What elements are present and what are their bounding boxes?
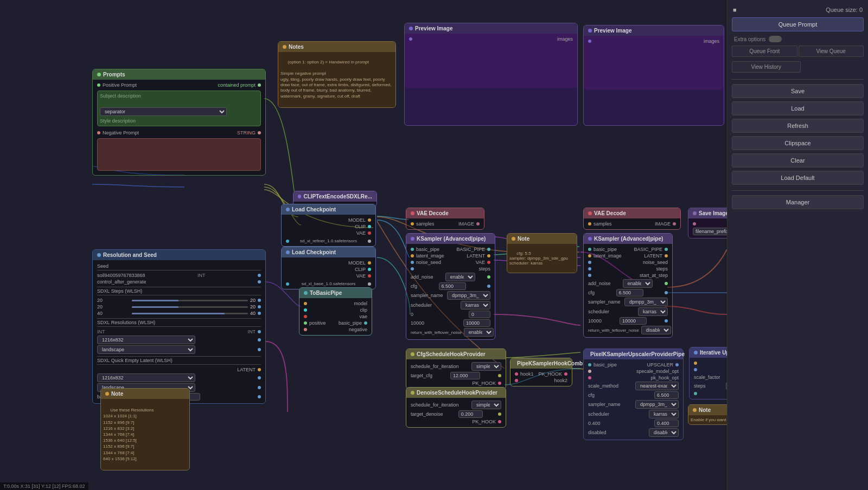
- ks1-cfg-input[interactable]: [439, 282, 466, 290]
- extra-options-toggle[interactable]: [769, 36, 782, 42]
- vae1-samples-dot: [411, 222, 414, 225]
- queue-prompt-button[interactable]: Queue Prompt: [732, 17, 864, 31]
- queue-size-label: ■: [733, 7, 737, 13]
- node-cfg-hook-header: CfgScheduleHookProvider: [406, 349, 506, 359]
- node-basic-title: ToBasicPipe: [310, 290, 342, 296]
- clipspace-button[interactable]: Clipspace: [732, 136, 864, 150]
- up-denoise-row: 0.400: [588, 419, 679, 428]
- direction-select[interactable]: landscape: [97, 345, 195, 354]
- save-filename-input[interactable]: [693, 228, 727, 235]
- ks2-sched-select[interactable]: karras: [638, 307, 668, 316]
- bp-vae-row: vae: [304, 313, 367, 320]
- cfg-pkhook-row: PK_HOOK: [411, 380, 501, 386]
- den-target-input[interactable]: [458, 410, 483, 418]
- up-denoise-input[interactable]: [654, 420, 679, 427]
- canvas-area[interactable]: Prompts Positive Prompt contained prompt…: [0, 0, 727, 490]
- den-sched-select[interactable]: simple: [471, 401, 501, 409]
- resolution-select[interactable]: 1216x832: [97, 336, 195, 344]
- load-button[interactable]: Load: [732, 101, 864, 115]
- up-cfg-input[interactable]: [654, 391, 679, 399]
- resolution-val-row: 1216x832: [97, 335, 261, 345]
- ks1-start-input[interactable]: [469, 311, 490, 318]
- up-sched-label: scheduler: [588, 411, 609, 417]
- node-ksampler2-title: KSampler (Advanced|pipe): [594, 236, 663, 242]
- positive-prompt-box[interactable]: Subject description separator Style desc…: [97, 91, 261, 126]
- string-label: STRING: [237, 130, 256, 136]
- negative-prompt-box[interactable]: [97, 138, 261, 171]
- clip2-name-btn[interactable]: [368, 282, 371, 286]
- node-clip-title: CLIPTextEncodeSDXLRe...: [303, 194, 372, 199]
- coords-extra: FPS:68.02: [62, 483, 85, 489]
- node-ksampler2-header: KSampler (Advanced|pipe): [584, 234, 672, 244]
- hc-hook1-row: hook1 PK_HOOK: [515, 371, 567, 377]
- tab-view-history[interactable]: View History: [732, 61, 801, 73]
- clear-button[interactable]: Clear: [732, 153, 864, 167]
- hc-hook2-label: hook2: [554, 378, 567, 383]
- ks2-sched-row: scheduler karras: [588, 307, 668, 317]
- base-slider[interactable]: [132, 306, 248, 308]
- ks1-sched-select[interactable]: karras: [461, 301, 490, 310]
- node-vae1-title: VAE Decode: [417, 210, 449, 216]
- up-sched-select[interactable]: karras: [649, 410, 679, 418]
- img1-dot: [409, 37, 412, 41]
- total-slider[interactable]: [132, 313, 248, 314]
- cfg-target-input[interactable]: [450, 372, 480, 379]
- dir-dot: [258, 348, 261, 351]
- up-pipe-row: basic_pipe UPSCALER: [588, 362, 679, 368]
- res-val-dot: [258, 338, 261, 341]
- ks2-cfg-input[interactable]: [616, 289, 643, 296]
- resolution-status-dot: [97, 253, 101, 257]
- ks1-pipe-dot: [411, 248, 414, 251]
- contained-label: contained prompt: [218, 82, 256, 88]
- node-checkpoint2-header: Load Checkpoint: [282, 247, 375, 257]
- ks2-sampler-select[interactable]: dpmpp_3m_sde_gpu: [624, 298, 668, 306]
- manager-button[interactable]: Manager: [732, 195, 864, 209]
- save-button[interactable]: Save: [732, 84, 864, 98]
- ks2-addnoise-select[interactable]: enabled: [623, 279, 653, 288]
- vae2-samples-label: samples: [593, 221, 612, 227]
- load-default-button[interactable]: Load Default: [732, 171, 864, 185]
- vae1-samples-row: samples IMAGE: [411, 221, 480, 227]
- control-after-label: control_after_generate: [97, 279, 146, 285]
- clip1-name-btn[interactable]: [368, 240, 371, 243]
- ks2-end-label: 10000: [588, 318, 602, 324]
- ks2-return-select[interactable]: disabled: [641, 326, 671, 334]
- ks1-start-label: 0: [411, 312, 413, 317]
- bp-neg-dot: [304, 328, 307, 331]
- ks1-return-select[interactable]: enabled: [464, 328, 494, 337]
- clip2-label: CLIP: [355, 267, 366, 272]
- up-tiled-select[interactable]: disabled: [649, 428, 679, 437]
- refresh-button[interactable]: Refresh: [732, 119, 864, 133]
- node-iterative-header: Iterative Upscale (Latent): [690, 347, 727, 358]
- ks1-end-input[interactable]: [463, 319, 490, 327]
- clip1-out: [368, 225, 371, 228]
- ks1-noise-label: noise_seed: [416, 260, 441, 265]
- negative-label: Negative Prompt: [103, 130, 139, 136]
- up-scalemethod-select[interactable]: nearest-exact: [635, 382, 679, 390]
- resolution2-select[interactable]: 1216x832: [97, 373, 195, 382]
- node-note-bottom: Note Enable if you want to upscale: [688, 404, 727, 425]
- ks2-end-input[interactable]: [620, 317, 647, 325]
- tab-view-queue[interactable]: View Queue: [799, 46, 864, 57]
- ks1-steps-dot: [411, 267, 414, 270]
- ks1-sched-row: scheduler karras: [411, 300, 490, 310]
- quick-latent-label: SDXL Quick Empty Latent (WLSH): [97, 356, 261, 365]
- ks1-sampler-select[interactable]: dpmpp_3m_sde_gpu: [447, 291, 490, 300]
- steps-section-label: SDXL Steps (WLSH): [97, 287, 261, 295]
- vae2-chk-row: VAE: [286, 273, 371, 279]
- iter-upscaler-dot: [694, 368, 697, 371]
- precondition-dot: [258, 299, 261, 302]
- clip1-name-val: sd_xl_refiner_1.0.safetensors: [300, 238, 357, 243]
- tab-queue-front[interactable]: Queue Front: [732, 46, 797, 57]
- ks1-addnoise-select[interactable]: enabled: [445, 273, 475, 281]
- denoise-hook-dot: [411, 391, 414, 395]
- up-sampler-select[interactable]: dpmpp_3m_sde_gpu: [635, 400, 679, 409]
- den-target-row: target_denoise: [411, 410, 501, 418]
- cfg-sched-select[interactable]: simple: [471, 362, 501, 371]
- separator-select[interactable]: separator: [100, 107, 227, 116]
- ks2-cfg-row: cfg: [588, 288, 668, 297]
- ks2-sampler-row: sampler_name dpmpp_3m_sde_gpu: [588, 297, 668, 307]
- images-row-1: images: [409, 36, 573, 42]
- precondition-label: 20: [97, 298, 130, 303]
- precondition-slider[interactable]: [132, 300, 248, 301]
